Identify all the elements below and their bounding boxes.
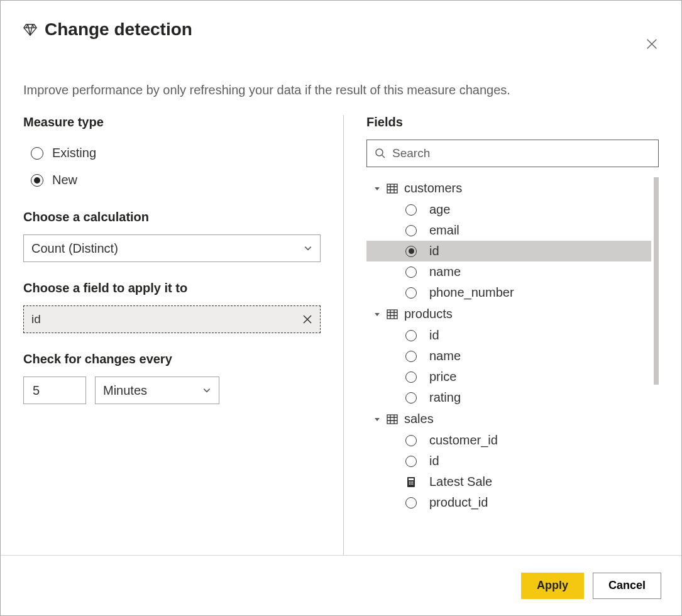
svg-point-7: [410, 481, 412, 483]
radio-icon: [31, 174, 43, 187]
table-label: products: [404, 307, 453, 321]
radio-existing[interactable]: Existing: [23, 140, 321, 167]
field-label: id: [429, 328, 439, 343]
field-radio-icon: [405, 225, 417, 236]
search-input[interactable]: [392, 146, 651, 160]
tree-field-sales-Latest-Sale[interactable]: Latest Sale: [366, 471, 651, 492]
field-radio-icon: [405, 371, 417, 383]
tree-table-sales[interactable]: sales: [366, 408, 651, 430]
field-apply-value: id: [31, 312, 41, 326]
field-radio-icon: [405, 456, 417, 467]
measure-type-group: Existing New: [23, 140, 321, 194]
field-label: rating: [429, 390, 461, 405]
tree-field-sales-customer_id[interactable]: customer_id: [366, 430, 651, 451]
fields-search[interactable]: [366, 140, 659, 167]
close-button[interactable]: [642, 35, 661, 55]
content-area: Measure type Existing New Choose a calcu…: [23, 115, 659, 615]
radio-label: New: [52, 173, 77, 187]
svg-point-0: [376, 149, 383, 156]
dialog-header: Change detection: [23, 19, 659, 55]
field-label: phone_number: [429, 285, 514, 300]
interval-row: Minutes: [23, 377, 321, 404]
tree-field-products-rating[interactable]: rating: [366, 387, 651, 408]
radio-icon: [31, 147, 43, 160]
field-label: name: [429, 349, 461, 363]
dialog-subtitle: Improve performance by only refreshing y…: [23, 83, 659, 97]
radio-new[interactable]: New: [23, 167, 321, 194]
table-icon: [387, 184, 398, 194]
check-interval-label: Check for changes every: [23, 352, 321, 366]
tree-field-customers-id[interactable]: id: [366, 241, 651, 261]
cancel-button[interactable]: Cancel: [593, 573, 661, 599]
field-label: name: [429, 265, 461, 279]
tree-table-products[interactable]: products: [366, 303, 651, 325]
calculation-label: Choose a calculation: [23, 210, 321, 224]
field-label: customer_id: [429, 433, 498, 448]
table-label: sales: [404, 412, 434, 426]
dropdown-value: Minutes: [103, 383, 147, 398]
field-radio-icon: [405, 351, 417, 362]
chevron-down-icon: [304, 244, 312, 253]
field-label: product_id: [429, 495, 488, 510]
chevron-down-icon: [202, 386, 211, 395]
right-pane: Fields customersageemailidnamephone_numb…: [344, 115, 659, 615]
clear-field-icon[interactable]: [302, 314, 312, 324]
search-icon: [375, 148, 386, 159]
dialog-title: Change detection: [45, 19, 192, 40]
field-radio-icon: [405, 435, 417, 446]
field-label: Latest Sale: [429, 475, 492, 489]
svg-point-11: [412, 483, 414, 485]
field-radio-icon: [405, 204, 417, 216]
caret-down-icon: [374, 311, 380, 317]
field-radio-icon: [405, 497, 417, 509]
interval-unit-dropdown[interactable]: Minutes: [95, 377, 219, 404]
fields-tree[interactable]: customersageemailidnamephone_numberprodu…: [366, 177, 659, 615]
field-radio-icon: [405, 287, 417, 299]
svg-point-10: [410, 483, 412, 485]
tree-field-products-price[interactable]: price: [366, 366, 651, 387]
calculation-dropdown[interactable]: Count (Distinct): [23, 234, 321, 262]
field-label: price: [429, 370, 456, 384]
table-icon: [387, 414, 398, 424]
field-apply-box[interactable]: id: [23, 305, 321, 333]
table-icon: [387, 309, 398, 319]
field-label: id: [429, 244, 439, 258]
tree-table-customers[interactable]: customers: [366, 177, 651, 199]
svg-rect-5: [409, 478, 414, 480]
tree-field-customers-phone_number[interactable]: phone_number: [366, 282, 651, 303]
svg-rect-3: [387, 415, 397, 424]
fields-label: Fields: [366, 115, 659, 129]
svg-rect-2: [387, 310, 397, 319]
title-row: Change detection: [23, 19, 192, 40]
calculator-icon: [405, 476, 417, 488]
table-label: customers: [404, 181, 462, 195]
tree-field-sales-id[interactable]: id: [366, 451, 651, 471]
field-radio-icon: [405, 267, 417, 278]
left-pane: Measure type Existing New Choose a calcu…: [23, 115, 344, 615]
svg-rect-1: [387, 184, 397, 193]
fields-tree-wrap: customersageemailidnamephone_numberprodu…: [366, 177, 659, 615]
field-radio-icon: [405, 392, 417, 404]
apply-button[interactable]: Apply: [521, 573, 584, 599]
field-label: email: [429, 223, 459, 238]
scrollbar[interactable]: [654, 177, 659, 385]
tree-field-sales-product_id[interactable]: product_id: [366, 492, 651, 513]
tree-field-customers-age[interactable]: age: [366, 199, 651, 220]
tree-field-products-name[interactable]: name: [366, 346, 651, 366]
tree-field-customers-email[interactable]: email: [366, 220, 651, 241]
dialog-footer: Apply Cancel: [1, 555, 681, 615]
interval-value-input[interactable]: [23, 377, 86, 404]
caret-down-icon: [374, 416, 380, 422]
close-icon: [645, 37, 659, 51]
field-radio-icon: [405, 246, 417, 257]
svg-point-8: [412, 481, 414, 483]
change-detection-dialog: Change detection Improve performance by …: [1, 1, 681, 615]
diamond-icon: [23, 23, 37, 36]
field-label: id: [429, 454, 439, 468]
field-radio-icon: [405, 330, 417, 341]
tree-field-products-id[interactable]: id: [366, 325, 651, 346]
svg-point-6: [409, 481, 410, 483]
tree-field-customers-name[interactable]: name: [366, 261, 651, 282]
dropdown-value: Count (Distinct): [31, 241, 118, 256]
field-apply-label: Choose a field to apply it to: [23, 281, 321, 295]
